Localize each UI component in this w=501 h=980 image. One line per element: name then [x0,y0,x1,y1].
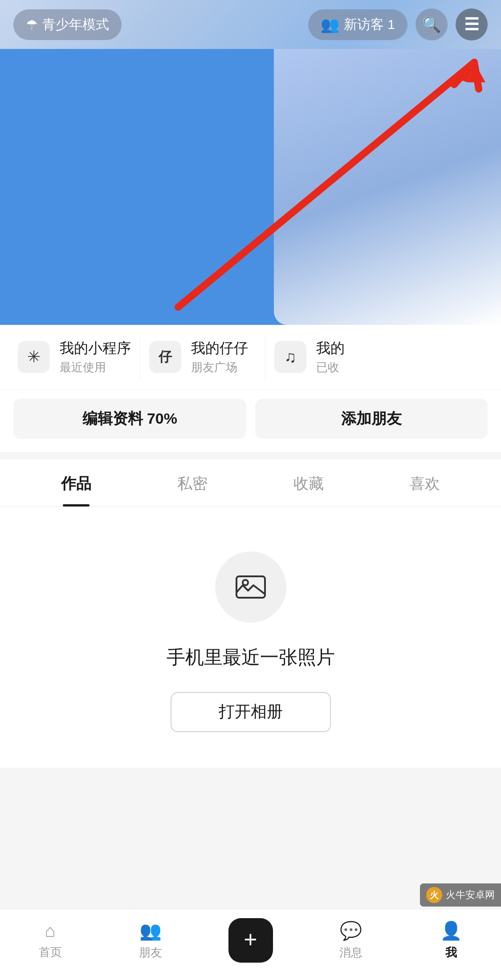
nav-friends-label: 朋友 [139,945,162,960]
friends-icon: 👥 [139,920,162,941]
nav-home[interactable]: ⌂ 首页 [0,921,100,969]
nav-me-label: 我 [445,945,457,960]
cover-blue-section [0,49,276,325]
visitor-icon: 👥 [321,16,339,33]
me-icon: 👤 [440,920,462,941]
mini-programs-subtitle: 最近使用 [60,360,131,375]
empty-photo-icon-circle [215,551,286,623]
visitor-label: 新访客 1 [344,16,395,34]
cover-right-section [274,49,501,325]
edit-profile-button[interactable]: 编辑资料 70% [13,399,246,439]
empty-state: 手机里最近一张照片 打开相册 [0,507,501,768]
nav-plus-button[interactable]: + [228,918,273,963]
messages-icon: 💬 [340,920,362,941]
zaizai-text: 我的仔仔 朋友广场 [191,339,248,375]
umbrella-icon: ☂ [26,17,38,32]
profile-tabs: 作品 私密 收藏 喜欢 [0,459,501,507]
zaizai-subtitle: 朋友广场 [191,360,248,375]
music-icon: ♫ [274,341,306,373]
music-title: 我的 [316,339,345,358]
music-text: 我的 已收 [316,339,345,375]
zaizai-title: 我的仔仔 [191,339,248,358]
plus-icon: + [244,928,257,951]
photo-icon [233,569,269,605]
tab-private[interactable]: 私密 [134,459,250,506]
nav-home-label: 首页 [39,944,62,960]
tab-favorites[interactable]: 收藏 [251,459,367,506]
quick-item-zaizai[interactable]: 仔 我的仔仔 朋友广场 [140,325,265,389]
quick-item-music[interactable]: ♫ 我的 已收 [265,325,390,389]
tab-liked[interactable]: 喜欢 [367,459,483,506]
home-icon: ⌂ [45,921,55,941]
watermark-text: 火牛安卓网 [446,888,495,902]
youth-mode-button[interactable]: ☂ 青少年模式 [13,9,122,40]
watermark-logo: 火 [426,887,442,903]
action-buttons-row: 编辑资料 70% 添加朋友 [0,390,501,452]
tab-works[interactable]: 作品 [18,459,134,506]
watermark: 火 火牛安卓网 [420,883,501,907]
search-button[interactable]: 🔍 [415,8,448,40]
open-album-button[interactable]: 打开相册 [171,692,331,732]
nav-create[interactable]: + [200,918,301,972]
visitor-button[interactable]: 👥 新访客 1 [308,9,407,40]
profile-cover [0,49,501,325]
quick-item-mini-programs[interactable]: ✳ 我的小程序 最近使用 [9,325,140,389]
quick-access-row: ✳ 我的小程序 最近使用 仔 我的仔仔 朋友广场 ♫ 我的 已收 [0,325,501,390]
bottom-nav: ⌂ 首页 👥 朋友 + 💬 消息 👤 我 [0,909,501,980]
menu-icon: ☰ [464,15,479,34]
nav-messages[interactable]: 💬 消息 [301,920,401,969]
mini-programs-text: 我的小程序 最近使用 [60,339,131,375]
zaizai-icon: 仔 [149,341,181,373]
menu-button[interactable]: ☰ [456,8,488,40]
mini-programs-title: 我的小程序 [60,339,131,358]
search-icon: 🔍 [422,16,441,33]
empty-title: 手机里最近一张照片 [167,645,335,670]
svg-point-6 [243,580,248,585]
mini-programs-icon: ✳ [18,341,50,373]
nav-messages-label: 消息 [339,945,363,960]
music-subtitle: 已收 [316,360,345,375]
add-friend-button[interactable]: 添加朋友 [255,399,488,439]
nav-friends[interactable]: 👥 朋友 [100,920,200,969]
nav-me[interactable]: 👤 我 [401,920,501,969]
youth-mode-label: 青少年模式 [42,16,109,34]
top-bar-right: 👥 新访客 1 🔍 ☰ [308,8,488,40]
top-bar: ☂ 青少年模式 👥 新访客 1 🔍 ☰ [0,0,501,49]
